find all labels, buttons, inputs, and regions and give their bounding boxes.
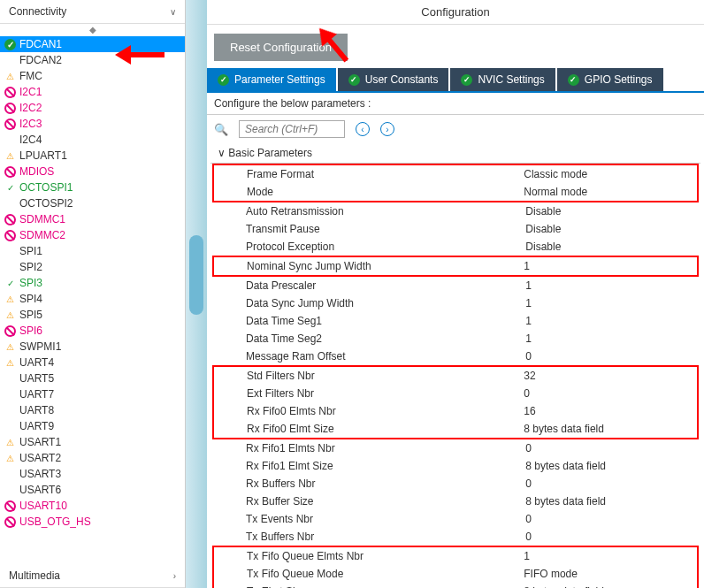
tab[interactable]: ✓NVIC Settings (450, 68, 555, 91)
peripheral-label: FDCAN2 (19, 54, 62, 66)
tab-label: NVIC Settings (478, 73, 544, 86)
search-input[interactable] (239, 120, 345, 138)
peripheral-item[interactable]: SPI6 (0, 323, 185, 339)
prev-match-button[interactable]: ‹ (356, 122, 370, 136)
peripheral-label: USART10 (19, 500, 67, 512)
tab-label: Parameter Settings (234, 73, 325, 86)
param-row[interactable]: Ext Filters Nbr0 (214, 385, 697, 402)
peripheral-label: UART7 (19, 388, 54, 401)
peripheral-item[interactable]: ⚠SPI4 (0, 291, 185, 307)
param-row[interactable]: Rx Fifo0 Elmt Size8 bytes data field (214, 420, 697, 438)
param-row[interactable]: Tx Elmt Size8 bytes data field (214, 583, 697, 588)
chevron-down-icon: ∨ (218, 147, 226, 159)
param-row[interactable]: Rx Fifo0 Elmts Nbr16 (214, 402, 697, 420)
peripheral-item[interactable]: SDMMC2 (0, 227, 185, 243)
peripheral-item[interactable]: ⚠SPI5 (0, 307, 185, 323)
param-row[interactable]: Data Prescaler1 (210, 277, 700, 294)
peripheral-item[interactable]: UART7 (0, 386, 185, 402)
param-row[interactable]: Nominal Sync Jump Width1 (214, 257, 697, 275)
param-name: Rx Buffer Size (246, 495, 525, 508)
peripheral-item[interactable]: ⚠LPUART1 (0, 148, 185, 164)
disabled-icon (4, 325, 16, 337)
annotation-arrow (129, 45, 179, 65)
peripheral-label: USART2 (19, 452, 61, 464)
peripheral-item[interactable]: USART3 (0, 466, 185, 482)
param-row[interactable]: Tx Fifo Queue Elmts Nbr1 (214, 547, 697, 565)
peripheral-item[interactable]: I2C1 (0, 84, 185, 100)
splitter-handle[interactable] (189, 235, 203, 315)
highlight-box: Tx Fifo Queue Elmts Nbr1Tx Fifo Queue Mo… (212, 546, 699, 588)
peripheral-item[interactable]: ⚠SWPMI1 (0, 339, 185, 355)
peripheral-item[interactable]: ⚠UART4 (0, 355, 185, 370)
param-value: 0 (525, 477, 700, 490)
section-multimedia[interactable]: Multimedia › (0, 564, 185, 588)
param-row[interactable]: Message Ram Offset0 (210, 347, 700, 365)
param-row[interactable]: Tx Events Nbr0 (210, 510, 700, 528)
section-connectivity[interactable]: Connectivity ∨ (0, 0, 185, 24)
param-value: 0 (525, 513, 700, 525)
splitter[interactable] (186, 0, 207, 588)
tab-bar: ✓Parameter Settings✓User Constants✓NVIC … (207, 68, 704, 93)
peripheral-item[interactable]: SPI1 (0, 243, 185, 259)
peripheral-item[interactable]: UART9 (0, 418, 185, 434)
peripheral-item[interactable]: ⚠FMC (0, 68, 185, 84)
param-value: 0 (525, 531, 700, 543)
peripheral-item[interactable]: I2C4 (0, 132, 185, 148)
param-row[interactable]: Transmit PauseDisable (210, 220, 700, 238)
peripheral-item[interactable]: MDIOS (0, 164, 185, 179)
peripheral-label: SPI2 (19, 261, 42, 273)
param-name: Protocol Exception (246, 241, 525, 253)
tab[interactable]: ✓Parameter Settings (207, 68, 336, 91)
param-value: 32 (524, 370, 697, 382)
param-row[interactable]: Rx Fifo1 Elmts Nbr0 (210, 439, 700, 457)
param-row[interactable]: Std Filters Nbr32 (214, 367, 697, 385)
param-value: 1 (525, 315, 700, 327)
param-row[interactable]: Frame FormatClassic mode (214, 165, 697, 183)
param-row[interactable]: Data Time Seg11 (210, 312, 700, 330)
peripheral-item[interactable]: USART10 (0, 498, 185, 514)
blank-icon (4, 421, 16, 432)
param-name: Tx Buffers Nbr (246, 531, 525, 543)
group-basic-parameters[interactable]: ∨ Basic Parameters (210, 143, 700, 164)
peripheral-item[interactable]: I2C2 (0, 100, 185, 116)
peripheral-item[interactable]: UART8 (0, 402, 185, 418)
peripheral-item[interactable]: USART6 (0, 482, 185, 498)
peripheral-item[interactable]: OCTOSPI2 (0, 195, 185, 211)
peripheral-label: USART3 (19, 468, 61, 480)
param-row[interactable]: Rx Buffers Nbr0 (210, 475, 700, 493)
peripheral-label: SPI5 (19, 309, 42, 321)
disabled-icon (4, 87, 16, 98)
peripheral-item[interactable]: ✓SPI3 (0, 275, 185, 291)
peripheral-item[interactable]: USB_OTG_HS (0, 514, 185, 530)
param-name: Tx Fifo Queue Elmts Nbr (247, 550, 524, 562)
peripheral-item[interactable]: ⚠USART2 (0, 450, 185, 466)
sort-icon[interactable]: ◆ (0, 24, 185, 36)
peripheral-item[interactable]: I2C3 (0, 116, 185, 132)
param-row[interactable]: Data Time Seg21 (210, 330, 700, 347)
param-row[interactable]: ModeNormal mode (214, 183, 697, 201)
peripheral-item[interactable]: UART5 (0, 370, 185, 386)
param-row[interactable]: Tx Fifo Queue ModeFIFO mode (214, 565, 697, 583)
next-match-button[interactable]: › (380, 122, 394, 136)
search-icon: 🔍 (214, 123, 228, 136)
param-row[interactable]: Rx Buffer Size8 bytes data field (210, 493, 700, 510)
highlight-box: Frame FormatClassic modeModeNormal mode (212, 164, 699, 202)
tab[interactable]: ✓GPIO Settings (557, 68, 663, 91)
param-row[interactable]: Protocol ExceptionDisable (210, 238, 700, 256)
peripheral-item[interactable]: ✓OCTOSPI1 (0, 179, 185, 195)
param-row[interactable]: Tx Buffers Nbr0 (210, 528, 700, 546)
disabled-icon (4, 103, 16, 114)
param-row[interactable]: Rx Fifo1 Elmt Size8 bytes data field (210, 457, 700, 475)
peripheral-label: I2C2 (19, 102, 42, 114)
param-row[interactable]: Auto RetransmissionDisable (210, 202, 700, 220)
param-row[interactable]: Data Sync Jump Width1 (210, 294, 700, 312)
param-value: Disable (525, 205, 700, 218)
tab-label: GPIO Settings (585, 73, 653, 86)
peripheral-item[interactable]: SPI2 (0, 259, 185, 275)
peripheral-label: I2C4 (19, 134, 42, 146)
peripheral-item[interactable]: SDMMC1 (0, 211, 185, 227)
warning-icon: ⚠ (4, 71, 16, 82)
peripheral-item[interactable]: ⚠USART1 (0, 434, 185, 450)
peripheral-label: SPI6 (19, 325, 42, 337)
param-name: Rx Fifo1 Elmts Nbr (246, 442, 525, 454)
